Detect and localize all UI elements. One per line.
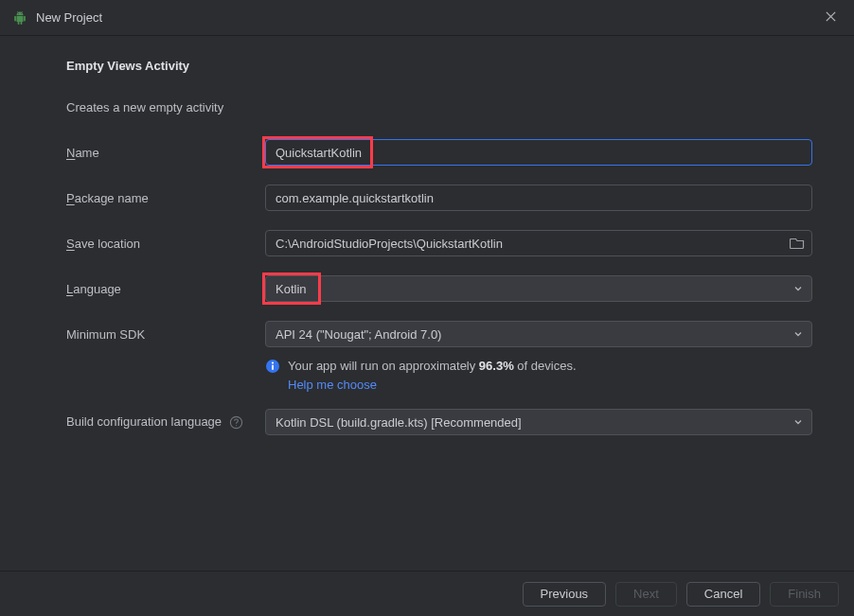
sdk-info-post: of devices. <box>514 359 577 373</box>
buildlang-select[interactable]: Kotlin DSL (build.gradle.kts) [Recommend… <box>265 409 812 435</box>
minsdk-value: API 24 ("Nougat"; Android 7.0) <box>276 327 441 342</box>
buildlang-value: Kotlin DSL (build.gradle.kts) [Recommend… <box>276 415 522 430</box>
svg-point-2 <box>272 361 274 363</box>
chevron-down-icon <box>792 283 804 294</box>
svg-rect-1 <box>272 365 274 371</box>
sdk-info-pre: Your app will run on approximately <box>288 359 479 373</box>
button-bar: Previous Next Cancel Finish <box>0 571 854 616</box>
language-label: Language <box>66 282 265 296</box>
minsdk-label: Minimum SDK <box>66 327 265 342</box>
language-value: Kotlin <box>276 282 307 296</box>
android-icon <box>13 11 27 25</box>
info-icon <box>265 359 280 374</box>
previous-button[interactable]: Previous <box>523 582 607 607</box>
buildlang-label: Build configuration language <box>66 414 265 430</box>
language-select[interactable]: Kotlin <box>265 275 812 302</box>
chevron-down-icon <box>792 416 804 428</box>
close-icon[interactable] <box>821 7 841 28</box>
name-field[interactable] <box>265 139 812 166</box>
name-label: Name <box>66 146 265 160</box>
folder-icon[interactable] <box>790 237 805 250</box>
sdk-info-pct: 96.3% <box>479 359 514 373</box>
save-label: Save location <box>66 237 265 251</box>
finish-button: Finish <box>770 582 839 607</box>
template-subheading: Creates a new empty activity <box>66 100 223 114</box>
titlebar: New Project <box>0 0 854 36</box>
sdk-info: Your app will run on approximately 96.3%… <box>265 359 812 374</box>
window-title: New Project <box>36 10 102 25</box>
help-me-choose-link[interactable]: Help me choose <box>288 378 812 392</box>
package-label: Package name <box>66 191 265 205</box>
svg-point-4 <box>236 425 237 426</box>
template-heading: Empty Views Activity <box>66 59 812 73</box>
save-location-field[interactable] <box>265 230 812 256</box>
package-field[interactable] <box>265 185 812 211</box>
chevron-down-icon <box>792 328 804 340</box>
minsdk-select[interactable]: API 24 ("Nougat"; Android 7.0) <box>265 321 812 347</box>
cancel-button[interactable]: Cancel <box>686 582 760 607</box>
help-icon[interactable] <box>229 415 243 430</box>
next-button: Next <box>615 582 677 607</box>
